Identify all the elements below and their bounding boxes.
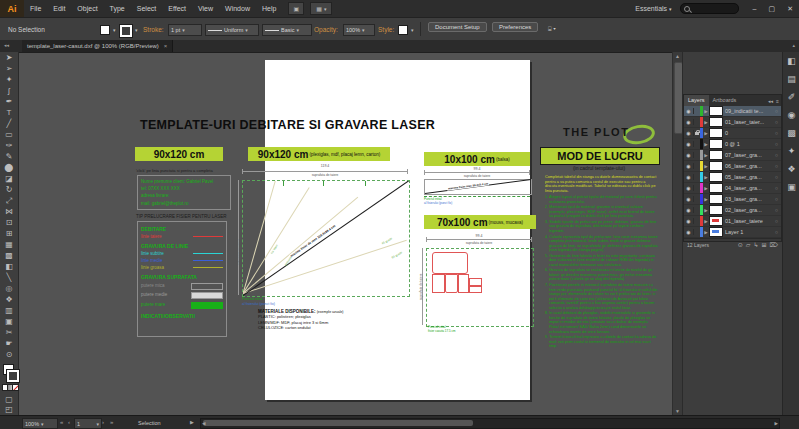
layer-row[interactable]: ◉ ▶ Layer 1 ○ [684, 227, 781, 238]
rectangle-tool[interactable]: ▭ [0, 129, 18, 140]
target-circle-icon[interactable]: ○ [772, 229, 781, 235]
layer-name[interactable]: 09_indicatii te... [723, 108, 772, 114]
line-segment-tool[interactable]: ╱ [0, 118, 18, 129]
visibility-eye-icon[interactable]: ◉ [684, 229, 694, 235]
stroke-caret-icon[interactable]: ▾ [135, 27, 138, 33]
window-maximize-button[interactable]: ▢ [763, 0, 782, 17]
prev-artboard-button[interactable]: ‹ [68, 419, 70, 425]
layer-row[interactable]: ◉ ▶ 04_laser_gra... ○ [684, 183, 781, 194]
selection-tool[interactable]: ➤ [0, 52, 18, 63]
next-artboard-button[interactable]: › [102, 419, 104, 425]
target-circle-icon[interactable]: ○ [772, 130, 781, 136]
lasso-tool[interactable]: ʃ [0, 85, 18, 96]
tab-artboards[interactable]: Artboards [709, 95, 741, 106]
brushes-panel-icon[interactable]: ✐ [788, 92, 796, 102]
visibility-eye-icon[interactable]: ◉ [684, 152, 694, 158]
app-logo[interactable]: Ai [0, 0, 24, 17]
style-caret-icon[interactable]: ▾ [411, 27, 414, 33]
visibility-eye-icon[interactable]: ◉ [684, 130, 694, 136]
target-circle-icon[interactable]: ○ [772, 185, 781, 191]
horizontal-scrollbar[interactable]: ▶ ◀ [200, 418, 780, 429]
menu-item[interactable]: Edit [47, 0, 71, 17]
layer-name[interactable]: Layer 1 [723, 229, 772, 235]
stroke-weight-input[interactable]: 1 pt▾ [168, 24, 202, 36]
magic-wand-tool[interactable]: ✦ [0, 74, 18, 85]
symbol-sprayer-tool[interactable]: ❖ [0, 294, 18, 305]
new-layer-icon[interactable]: ⊞ [761, 241, 766, 248]
visibility-eye-icon[interactable]: ◉ [684, 196, 694, 202]
target-circle-icon[interactable]: ○ [772, 218, 781, 224]
none-mode-button[interactable] [12, 384, 19, 391]
scroll-left-icon[interactable]: ◀ [202, 421, 205, 426]
visibility-eye-icon[interactable]: ◉ [684, 108, 694, 114]
symbols-panel-icon[interactable]: ✦ [788, 146, 796, 156]
visibility-eye-icon[interactable]: ◉ [684, 218, 694, 224]
screen-mode-button[interactable]: ◰ [0, 404, 18, 415]
stroke-panel-icon[interactable]: ◉ [788, 110, 796, 120]
window-minimize-button[interactable]: – [747, 0, 763, 17]
slice-tool[interactable]: ✂ [0, 327, 18, 338]
layer-name[interactable]: 02_laser_gra... [723, 207, 772, 213]
layer-row[interactable]: ◉ ▶ 0 @ 1 ○ [684, 139, 781, 150]
scale-tool[interactable]: ⤢ [0, 195, 18, 206]
status-expand-icon[interactable]: ▶ [190, 419, 194, 425]
menu-item[interactable]: Help [256, 0, 282, 17]
layer-name[interactable]: 04_laser_gra... [723, 185, 772, 191]
mesh-tool[interactable]: ▩ [0, 250, 18, 261]
rotate-tool[interactable]: ↻ [0, 184, 18, 195]
target-circle-icon[interactable]: ○ [772, 141, 781, 147]
opacity-input[interactable]: 100%▾ [343, 24, 375, 36]
client-info-box[interactable]: Nume prenume client: Gabriel Paveltel: 0… [137, 175, 231, 210]
preferences-button[interactable]: Preferences [492, 22, 538, 32]
blend-tool[interactable]: ◎ [0, 283, 18, 294]
brush-dropdown[interactable]: Basic▾ [262, 24, 312, 36]
zoom-tool[interactable]: ⊙ [0, 349, 18, 360]
new-sublayer-icon[interactable]: ↳ [753, 241, 758, 248]
menu-item[interactable]: File [24, 0, 47, 17]
status-indicator[interactable]: Selection [138, 420, 161, 426]
layer-row[interactable]: ◉ ▶ 05_laser_gra... ○ [684, 172, 781, 183]
search-input[interactable] [680, 3, 739, 14]
stroke-color-swatch[interactable] [7, 370, 19, 382]
style-swatch[interactable] [398, 25, 408, 35]
layer-name[interactable]: 03_laser_gra... [723, 196, 772, 202]
opacity-label[interactable]: Opacity: [314, 18, 338, 41]
artboard-number-dropdown[interactable]: 1▾ [74, 418, 102, 429]
free-transform-tool[interactable]: ⊡ [0, 217, 18, 228]
gradient-panel-icon[interactable]: ▩ [787, 128, 796, 138]
menu-item[interactable]: Effect [162, 0, 192, 17]
color-panel-icon[interactable]: ◧ [787, 56, 796, 66]
layer-name[interactable]: 01_laser_taiere [723, 218, 772, 224]
target-circle-icon[interactable]: ○ [772, 152, 781, 158]
horizontal-scroll-thumb[interactable] [203, 420, 473, 426]
layer-row[interactable]: ◉ ▶ 02_laser_gra... ○ [684, 205, 781, 216]
artboard-tool[interactable]: ▣ [0, 316, 18, 327]
layers-panel-icon[interactable]: ❖ [787, 164, 795, 174]
layer-row[interactable]: ◉ ▶ 01_laser_taiere ○ [684, 216, 781, 227]
paintbrush-tool[interactable]: ✑ [0, 140, 18, 151]
dock-collapse-icon[interactable]: ▴ [792, 42, 795, 48]
type-tool[interactable]: T [0, 107, 18, 118]
menu-item[interactable]: Window [219, 0, 256, 17]
target-circle-icon[interactable]: ○ [772, 119, 781, 125]
style-label[interactable]: Style: [378, 18, 394, 41]
visibility-eye-icon[interactable]: ◉ [684, 207, 694, 213]
document-setup-button[interactable]: Document Setup [428, 22, 487, 32]
width-tool[interactable]: ⋈ [0, 206, 18, 217]
visibility-eye-icon[interactable]: ◉ [684, 119, 694, 125]
stroke-swatch[interactable] [120, 25, 132, 37]
swatches-panel-icon[interactable]: ▤ [787, 74, 796, 84]
arrange-documents-icon[interactable]: ▦▾ [310, 2, 332, 15]
stroke-label[interactable]: Stroke: [143, 18, 164, 41]
scroll-down-icon[interactable]: ▼ [675, 408, 680, 414]
zoom-level-dropdown[interactable]: 100%▾ [22, 418, 58, 429]
layer-row[interactable]: ◉ ▶ 03_laser_gra... ○ [684, 194, 781, 205]
fill-swatch[interactable] [100, 25, 110, 35]
layer-row[interactable]: ◉ ▶ 06_laser_gra... ○ [684, 161, 781, 172]
scroll-up-icon[interactable]: ▲ [675, 53, 680, 59]
blob-brush-tool[interactable]: ⬤ [0, 162, 18, 173]
layer-row[interactable]: ◉ ▶ 0 ○ [684, 128, 781, 139]
shape-builder-tool[interactable]: ⊞ [0, 228, 18, 239]
column-graph-tool[interactable]: ▥ [0, 305, 18, 316]
window-close-button[interactable]: ✕ [781, 0, 799, 17]
